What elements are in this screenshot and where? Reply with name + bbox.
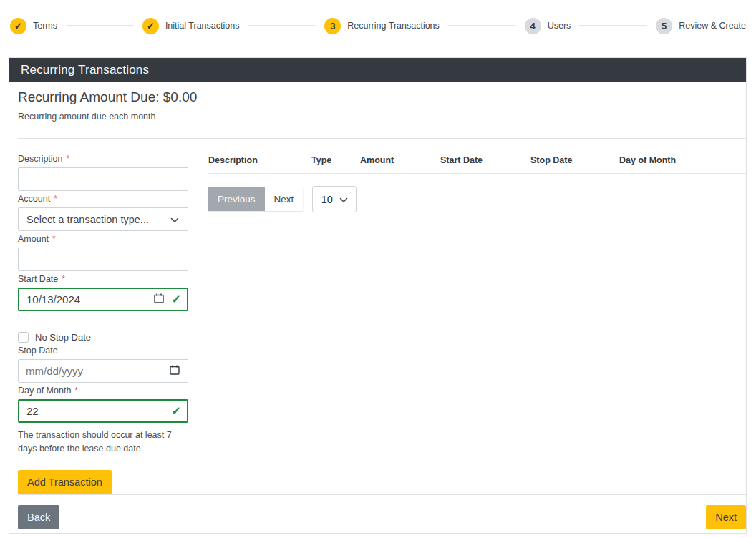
step-terms[interactable]: ✓ Terms: [10, 18, 57, 34]
account-select[interactable]: Select a transaction type...: [18, 207, 188, 231]
step-wizard: ✓ Terms ✓ Initial Transactions 3 Recurri…: [0, 17, 756, 34]
pagination: Previous Next 10: [208, 186, 746, 212]
step-connector: [66, 25, 134, 26]
next-page-button[interactable]: Next: [265, 187, 304, 211]
check-icon: ✓: [147, 21, 155, 31]
page-size-value: 10: [321, 194, 333, 205]
pagination-button-group: Previous Next: [208, 187, 303, 211]
step-review-create[interactable]: 5 Review & Create: [656, 18, 746, 34]
transactions-table: Description Type Amount Start Date Stop …: [208, 151, 746, 174]
chevron-down-icon: [339, 194, 348, 205]
step-users[interactable]: 4 Users: [525, 18, 571, 34]
column-header-amount: Amount: [360, 151, 440, 174]
recurring-amount-subheading: Recurring amount due each month: [18, 112, 746, 122]
next-button[interactable]: Next: [706, 505, 746, 529]
step-recurring-transactions[interactable]: 3 Recurring Transactions: [324, 18, 440, 34]
required-asterisk: *: [67, 154, 70, 164]
required-asterisk: *: [74, 386, 78, 396]
amount-input[interactable]: [18, 248, 188, 271]
back-button[interactable]: Back: [18, 505, 59, 529]
stop-date-field: [18, 359, 188, 383]
step-label: Recurring Transactions: [347, 21, 440, 31]
step-connector: [448, 25, 516, 26]
check-icon: ✓: [14, 21, 22, 31]
card-title: Recurring Transactions: [21, 63, 149, 77]
no-stop-date-row: No Stop Date: [18, 332, 188, 343]
wizard-footer: Back Next: [9, 495, 746, 538]
stop-date-label: Stop Date: [18, 346, 188, 356]
main-content: Description* Account* Select a transacti…: [9, 139, 746, 494]
recurring-amount-heading: Recurring Amount Due: $0.00: [18, 89, 746, 105]
step-circle-complete: ✓: [10, 18, 26, 34]
start-date-field: ✓: [18, 288, 188, 311]
step-label: Users: [548, 21, 571, 31]
step-circle-complete: ✓: [142, 18, 159, 34]
column-header-description: Description: [208, 151, 311, 174]
no-stop-date-label: No Stop Date: [35, 332, 91, 343]
start-date-input[interactable]: [18, 288, 188, 311]
day-of-month-input[interactable]: [18, 399, 188, 423]
page-size-select[interactable]: 10: [312, 186, 357, 212]
day-of-month-label: Day of Month*: [18, 386, 188, 396]
required-asterisk: *: [54, 194, 57, 204]
step-circle-upcoming: 5: [656, 18, 672, 34]
stop-date-input[interactable]: [18, 359, 188, 383]
step-connector: [579, 25, 647, 26]
column-header-day-of-month: Day of Month: [619, 151, 746, 174]
recurring-transactions-card: Recurring Transactions Recurring Amount …: [9, 57, 747, 534]
column-header-type: Type: [311, 151, 360, 174]
add-transaction-button[interactable]: Add Transaction: [18, 470, 112, 494]
previous-page-button[interactable]: Previous: [208, 187, 265, 211]
required-asterisk: *: [52, 234, 56, 244]
description-input[interactable]: [18, 167, 188, 191]
table-header-row: Description Type Amount Start Date Stop …: [208, 151, 746, 174]
account-label: Account*: [18, 194, 188, 204]
step-label: Terms: [33, 21, 57, 31]
chevron-down-icon: [170, 214, 179, 225]
start-date-label: Start Date*: [18, 274, 188, 284]
day-of-month-field: ✓: [18, 399, 188, 423]
column-header-stop-date: Stop Date: [530, 151, 619, 174]
required-asterisk: *: [62, 274, 65, 284]
step-initial-transactions[interactable]: ✓ Initial Transactions: [142, 18, 240, 34]
column-header-start-date: Start Date: [440, 151, 530, 174]
amount-label: Amount*: [18, 234, 188, 244]
step-label: Initial Transactions: [165, 21, 240, 31]
description-label: Description*: [18, 154, 188, 164]
card-title-bar: Recurring Transactions: [9, 58, 746, 82]
step-label: Review & Create: [679, 21, 746, 31]
no-stop-date-checkbox[interactable]: [18, 332, 29, 343]
step-circle-active: 3: [324, 18, 341, 34]
transactions-table-panel: Description Type Amount Start Date Stop …: [208, 151, 746, 212]
step-connector: [248, 25, 316, 26]
transaction-form: Description* Account* Select a transacti…: [18, 151, 188, 494]
account-select-value: Select a transaction type...: [26, 214, 149, 225]
step-circle-upcoming: 4: [525, 18, 541, 34]
day-of-month-helper-text: The transaction should occur at least 7 …: [18, 429, 174, 456]
